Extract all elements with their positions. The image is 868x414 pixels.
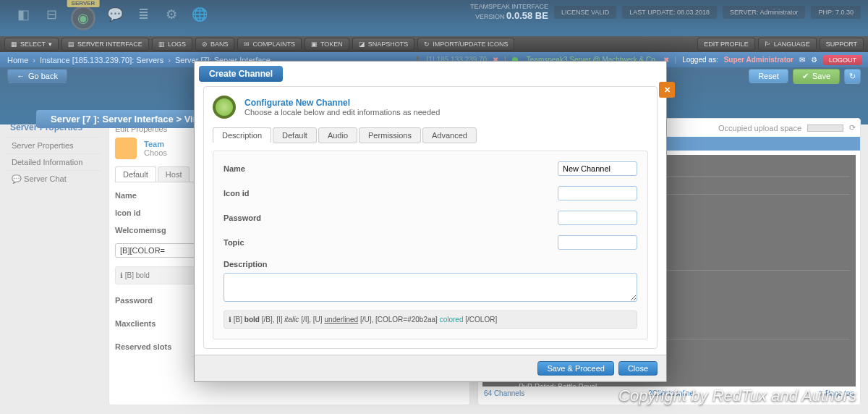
modal-subtitle: Choose a locale below and edit informati…	[244, 108, 440, 117]
save-proceed-button[interactable]: Save & Proceed	[537, 361, 614, 376]
mtab-audio[interactable]: Audio	[318, 127, 357, 143]
channel-iconid-input[interactable]	[558, 186, 637, 200]
password-label: Password	[224, 214, 558, 222]
channel-topic-input[interactable]	[558, 235, 637, 250]
gear-icon	[213, 96, 236, 119]
mtab-permissions[interactable]: Permissions	[359, 127, 421, 143]
description-label: Description	[224, 260, 268, 269]
channel-description-input[interactable]	[224, 273, 637, 302]
mtab-default[interactable]: Default	[273, 127, 317, 143]
modal-tabs: Description Default Audio Permissions Ad…	[213, 127, 648, 143]
modal-title: Create Channel	[199, 66, 283, 82]
channel-password-input[interactable]	[558, 211, 637, 225]
topic-label: Topic	[224, 238, 558, 247]
create-channel-modal: Create Channel ✕ Configurate New Channel…	[194, 61, 667, 382]
modal-header: Configurate New Channel	[244, 98, 440, 108]
iconid-label: Icon id	[224, 189, 558, 198]
name-label: Name	[224, 164, 558, 173]
close-button[interactable]: Close	[618, 361, 658, 376]
format-hint: ℹ [B] bold [/B], [I] italic [/I], [U] un…	[224, 310, 637, 329]
modal-close-x[interactable]: ✕	[659, 82, 675, 98]
mtab-advanced[interactable]: Advanced	[422, 127, 477, 143]
mtab-description[interactable]: Description	[213, 127, 271, 143]
channel-name-input[interactable]	[558, 161, 637, 176]
